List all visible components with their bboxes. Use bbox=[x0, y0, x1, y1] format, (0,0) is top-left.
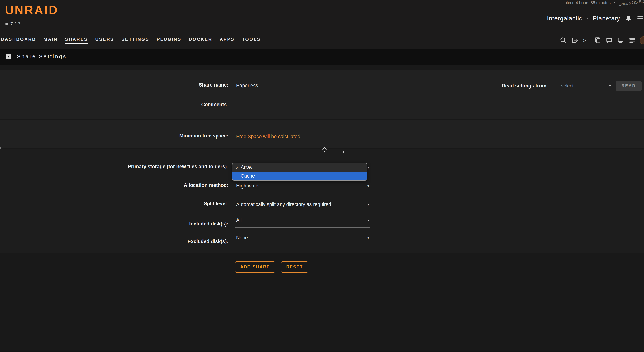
dropdown-option-label: Array bbox=[241, 164, 252, 170]
share-name-input[interactable] bbox=[235, 80, 370, 91]
dropdown-option-label: Cache bbox=[241, 173, 255, 179]
cursor-crosshair-icon bbox=[322, 147, 327, 154]
split-level-value: Automatically split any directory as req… bbox=[236, 202, 331, 207]
chevron-down-icon: ▾ bbox=[367, 218, 369, 222]
nav-item-apps[interactable]: APPS bbox=[220, 37, 234, 44]
nav-icon-group: >_ bbox=[559, 32, 644, 48]
unraid-logo: UNRAID bbox=[5, 3, 59, 17]
uptime-sep: • bbox=[614, 0, 616, 5]
allocation-method-value: High-water bbox=[236, 183, 260, 189]
main-nav: DASHBOARD MAIN SHARES USERS SETTINGS PLU… bbox=[0, 32, 644, 48]
primary-storage-dropdown: ✓ Array Cache bbox=[232, 163, 367, 181]
split-level-label: Split level: bbox=[0, 200, 228, 207]
allocation-method-select[interactable]: High-water ▾ bbox=[235, 181, 370, 192]
page-title: Share Settings bbox=[17, 54, 67, 60]
included-disks-label: Included disk(s): bbox=[0, 221, 228, 227]
nav-item-shares[interactable]: SHARES bbox=[65, 37, 88, 44]
copyright-text: Unraid webGui © 2025, Lime Technology, I… bbox=[508, 351, 596, 352]
nav-item-docker[interactable]: DOCKER bbox=[189, 37, 212, 44]
read-settings-select-value: select... bbox=[561, 83, 578, 88]
chevron-down-icon: ▾ bbox=[367, 165, 369, 170]
min-free-space-input[interactable] bbox=[235, 132, 370, 142]
read-settings-select[interactable]: select... ▾ bbox=[560, 81, 612, 90]
version-dot-icon bbox=[5, 22, 8, 26]
read-settings-group: Read settings from ← select... ▾ READ bbox=[502, 81, 642, 91]
server-description: Planetary bbox=[593, 15, 620, 22]
dropdown-option-array[interactable]: ✓ Array bbox=[232, 163, 367, 172]
monitor-icon[interactable] bbox=[617, 36, 624, 44]
nav-item-settings[interactable]: SETTINGS bbox=[121, 37, 149, 44]
form-actions: ADD SHARE RESET bbox=[235, 261, 308, 273]
terminal-glyph: >_ bbox=[583, 38, 589, 43]
menu-icon[interactable] bbox=[636, 15, 644, 22]
comments-label: Comments: bbox=[0, 102, 228, 108]
nav-item-tools[interactable]: TOOLS bbox=[242, 37, 261, 44]
server-identity: Intergalactic • Planetary bbox=[547, 15, 643, 22]
share-name-label: Share name: bbox=[0, 82, 228, 88]
page-title-bar: Share Settings bbox=[0, 48, 644, 64]
search-icon[interactable] bbox=[559, 36, 567, 44]
excluded-disks-value: None bbox=[236, 235, 248, 241]
nav-item-dashboard[interactable]: DASHBOARD bbox=[1, 37, 36, 44]
included-disks-select[interactable]: All ▾ bbox=[235, 216, 370, 228]
os-note-text: Unraid OS Stor bbox=[618, 0, 644, 7]
chevron-down-icon: ▾ bbox=[367, 202, 369, 206]
unraid-app: UNRAID 7.2.3 Uptime 4 hours 36 minutes •… bbox=[0, 0, 644, 352]
terminal-icon[interactable]: >_ bbox=[582, 36, 590, 44]
nav-item-main[interactable]: MAIN bbox=[44, 37, 58, 44]
chevron-down-icon: ▾ bbox=[609, 84, 611, 88]
log-icon[interactable] bbox=[628, 36, 636, 44]
included-disks-value: All bbox=[236, 217, 242, 223]
split-level-select[interactable]: Automatically split any directory as req… bbox=[235, 199, 370, 210]
nav-items: DASHBOARD MAIN SHARES USERS SETTINGS PLU… bbox=[0, 37, 268, 44]
chevron-down-icon: ▾ bbox=[367, 236, 369, 240]
read-button[interactable]: READ bbox=[616, 81, 642, 91]
uptime-text: Uptime 4 hours 36 minutes bbox=[562, 0, 610, 5]
panel-free-space: Minimum free space: bbox=[0, 120, 644, 148]
panel-share-identity: Share name: Read settings from ← select.… bbox=[0, 70, 644, 119]
chevron-down-icon: ▾ bbox=[367, 184, 369, 188]
avatar[interactable] bbox=[640, 36, 644, 44]
dropdown-option-cache[interactable]: Cache bbox=[232, 172, 367, 180]
reset-button[interactable]: RESET bbox=[281, 261, 308, 273]
version-badge: 7.2.3 bbox=[5, 22, 20, 26]
allocation-method-label: Allocation method: bbox=[0, 182, 228, 189]
add-share-button[interactable]: ADD SHARE bbox=[235, 261, 275, 273]
feedback-icon[interactable] bbox=[606, 36, 613, 44]
version-text: 7.2.3 bbox=[10, 22, 20, 26]
excluded-disks-select[interactable]: None ▾ bbox=[235, 234, 370, 245]
back-icon[interactable] bbox=[5, 53, 12, 60]
server-name: Intergalactic bbox=[547, 15, 582, 22]
cursor-circle-icon bbox=[340, 148, 344, 156]
logout-icon[interactable] bbox=[571, 36, 578, 44]
arrow-left-icon: ← bbox=[550, 83, 556, 89]
array-status-link[interactable]: Array Started bbox=[8, 351, 34, 352]
check-icon: ✓ bbox=[235, 165, 241, 170]
footer: Array Started Unraid webGui © 2025, Lime… bbox=[0, 350, 644, 352]
nav-item-plugins[interactable]: PLUGINS bbox=[156, 37, 181, 44]
server-sep: • bbox=[587, 16, 588, 21]
min-free-space-label: Minimum free space: bbox=[0, 133, 228, 139]
primary-storage-label: Primary storage (for new files and folde… bbox=[0, 164, 228, 170]
uptime-row: Uptime 4 hours 36 minutes • Unraid OS St… bbox=[562, 0, 644, 5]
excluded-disks-label: Excluded disk(s): bbox=[0, 238, 228, 245]
nav-item-users[interactable]: USERS bbox=[95, 37, 114, 44]
read-settings-label: Read settings from bbox=[502, 83, 546, 89]
comments-input[interactable] bbox=[235, 100, 370, 111]
panel-storage-settings: Primary storage (for new files and folde… bbox=[0, 149, 644, 252]
copy-icon[interactable] bbox=[594, 36, 601, 44]
notifications-bell-icon[interactable] bbox=[625, 15, 632, 22]
